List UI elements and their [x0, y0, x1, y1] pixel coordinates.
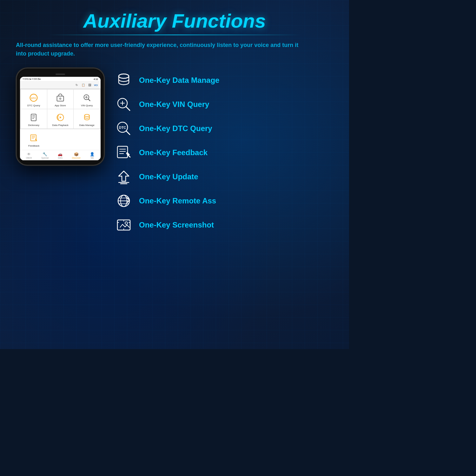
special-nav-icon: 🔧: [43, 152, 47, 156]
feature-data-manage: One-Key Data Manage: [114, 71, 333, 90]
feature-dtc-label: One-Key DTC Query: [139, 124, 212, 133]
feature-screenshot: One-Key Screenshot: [114, 215, 333, 235]
app-playback-label: Data Playback: [52, 124, 69, 127]
data-playback-icon: [55, 112, 65, 122]
app-data-manage[interactable]: Data Manage: [74, 109, 100, 129]
svg-point-18: [125, 222, 128, 224]
svg-rect-5: [31, 114, 36, 121]
carrier-line1: 中国电信■ 中国联通■: [23, 78, 41, 81]
refresh-icon[interactable]: ↻: [75, 83, 79, 87]
feature-update-label: One-Key Update: [139, 172, 198, 181]
status-bar: 中国电信■ 中国联通■ 4:12: [20, 77, 101, 82]
app-store-label: App Store: [55, 104, 66, 107]
phone-mockup: 中国电信■ 中国联通■ 4:12 ↻ 📋 🖼 VCI: [16, 68, 105, 166]
feature-remote: One-Key Remote Ass: [114, 191, 333, 210]
obdii-nav-label: OBDII: [26, 157, 32, 159]
phone-notch: [20, 73, 101, 76]
title-divider: [48, 35, 301, 35]
app-dictionary[interactable]: Dictionary: [21, 109, 47, 129]
svg-text:DTC: DTC: [31, 97, 36, 100]
feature-screenshot-label: One-Key Screenshot: [139, 221, 214, 229]
me-nav-label: Me: [91, 157, 94, 159]
svg-rect-2: [57, 96, 63, 101]
feature-remote-label: One-Key Remote Ass: [139, 196, 216, 205]
app-grid: DTC DTC Query: [20, 89, 101, 129]
svg-text:DTC: DTC: [119, 126, 126, 129]
clipboard-icon[interactable]: 📋: [81, 83, 85, 87]
feature-vin-icon: [114, 95, 133, 114]
me-nav-icon: 👤: [90, 152, 95, 156]
svg-point-7: [84, 114, 89, 116]
app-vin-query[interactable]: VIN Query: [74, 89, 100, 109]
app-store[interactable]: App Store: [47, 89, 74, 109]
app-vin-label: VIN Query: [81, 104, 93, 107]
das-nav-icon: 🚗: [58, 152, 63, 156]
status-time: 4:12: [94, 78, 98, 80]
phone-notch-dot: [56, 74, 65, 75]
dictionary-icon: [29, 112, 39, 122]
feature-update: One-Key Update: [114, 167, 333, 186]
main-layout: 中国电信■ 中国联通■ 4:12 ↻ 📋 🖼 VCI: [16, 68, 333, 235]
app-dictionary-label: Dictionary: [28, 124, 40, 127]
nav-obdii[interactable]: 👁 OBDII: [26, 152, 32, 159]
app-manage-label: Data Manage: [79, 124, 95, 127]
svg-point-10: [119, 74, 129, 78]
feature-dtc-icon: DTC: [114, 119, 133, 138]
nav-das[interactable]: 🚗 DAS: [58, 152, 63, 159]
svg-rect-14: [117, 146, 128, 158]
vcf-icon[interactable]: VCI: [94, 83, 98, 87]
feature-screenshot-icon: [114, 215, 133, 235]
image-icon[interactable]: 🖼: [87, 83, 92, 87]
special-nav-label: Special: [41, 157, 49, 159]
app-data-playback[interactable]: Data Playback: [47, 109, 74, 129]
feature-feedback: One-Key Feedback: [114, 143, 333, 162]
feature-database-icon: [114, 71, 133, 90]
features-list: One-Key Data Manage One-Key VIN Query: [114, 68, 333, 235]
feature-vin-label: One-Key VIN Query: [139, 100, 209, 109]
app-dtc-label: DTC Query: [27, 104, 40, 107]
das-nav-label: DAS: [58, 157, 63, 159]
status-carrier: 中国电信■ 中国联通■: [23, 78, 41, 81]
toolbar: ↻ 📋 🖼 VCI: [20, 82, 101, 89]
phone-body: 中国电信■ 中国联通■ 4:12 ↻ 📋 🖼 VCI: [16, 68, 105, 166]
feature-vin-query: One-Key VIN Query: [114, 95, 333, 114]
feature-update-icon: [114, 167, 133, 186]
feature-feedback-icon: [114, 143, 133, 162]
bottom-nav: 👁 OBDII 🔧 Special 🚗 DAS 📦: [20, 150, 101, 160]
nav-me[interactable]: 👤 Me: [90, 152, 95, 159]
nav-special[interactable]: 🔧 Special: [41, 152, 49, 159]
data-manage-icon: [82, 112, 92, 122]
app-feedback[interactable]: Feedback: [21, 130, 47, 149]
nav-discover[interactable]: 📦 Discover: [72, 152, 81, 159]
discover-nav-label: Discover: [72, 157, 81, 159]
app-dtc-query[interactable]: DTC DTC Query: [21, 89, 47, 109]
vin-query-icon: [82, 93, 92, 103]
feature-data-manage-label: One-Key Data Manage: [139, 76, 219, 85]
page-title: Auxiliary Functions: [16, 10, 333, 32]
dtc-query-icon: DTC: [29, 93, 39, 103]
app-store-icon: [55, 93, 65, 103]
app-feedback-label: Feedback: [28, 144, 39, 147]
phone-screen: 中国电信■ 中国联通■ 4:12 ↻ 📋 🖼 VCI: [20, 77, 101, 160]
feature-feedback-label: One-Key Feedback: [139, 148, 208, 157]
feature-remote-icon: [114, 191, 133, 210]
obdii-nav-icon: 👁: [27, 152, 31, 156]
feature-dtc-query: DTC One-Key DTC Query: [114, 119, 333, 138]
discover-nav-icon: 📦: [74, 152, 79, 156]
page-subtitle: All-round assistance to offer more user-…: [16, 41, 301, 58]
feedback-icon: [29, 133, 39, 143]
svg-point-3: [60, 98, 61, 99]
